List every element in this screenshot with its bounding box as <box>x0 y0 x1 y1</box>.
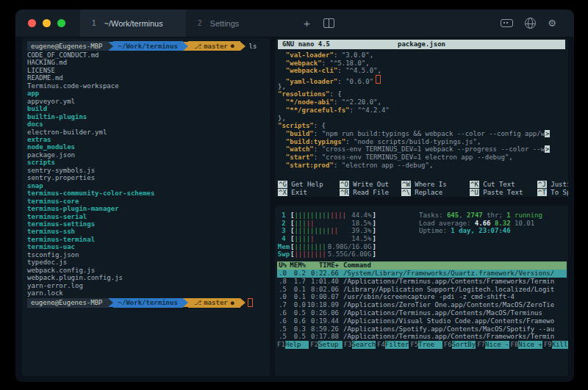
shortcut-key: ^U <box>470 189 479 196</box>
prompt-user-host: eugene@Eugenes-MBP <box>27 41 108 51</box>
prompt-user-host: eugene@Eugenes-MBP <box>27 298 108 308</box>
fkey-number: F2 <box>310 341 318 348</box>
process-row[interactable]: .60.50:26.06/Applications/Terminus.app/C… <box>277 309 567 317</box>
shortcut-key: ^J <box>537 181 547 188</box>
file-name: README.md <box>27 74 63 82</box>
ls-entry: CODE_OF_CONDUCT.md <box>27 51 270 59</box>
git-dirty-icon: ● <box>231 300 234 306</box>
file-name: typedoc.js <box>27 259 67 266</box>
directory-name: terminus-plugin-manager <box>27 205 119 212</box>
ls-entry: Terminus.code-workspace <box>27 82 270 90</box>
nano-editor-pane[interactable]: GNU nano 4.5 package.json "val-loader": … <box>275 38 568 197</box>
fkey-number: F6 <box>444 341 452 348</box>
meter-label: 4 <box>277 235 290 243</box>
fkey-tree[interactable]: F5Tree <box>410 341 442 349</box>
meter-label: 3 <box>277 227 290 235</box>
nano-shortcut-justify[interactable]: ^J Justify <box>537 181 568 189</box>
fkey-label: SortBy <box>452 341 476 349</box>
process-row[interactable]: .50.38:59.26/Applications/Spotify.app/Co… <box>277 325 567 333</box>
fkey-nice-[interactable]: F7Nice - <box>477 341 509 349</box>
file-name: sentry-symbols.js <box>27 167 95 174</box>
process-row[interactable]: .00.10:00.07/usr/sbin/screencapture -pdi… <box>277 293 567 301</box>
fkey-help[interactable]: F1Help <box>277 341 309 349</box>
meter-label: Mem <box>277 243 290 251</box>
git-branch-name: master <box>204 299 228 306</box>
fkey-search[interactable]: F3Search <box>344 341 376 349</box>
process-row[interactable]: .50.18:02.06/Library/Application Support… <box>277 286 567 294</box>
nano-shortcut-where-is[interactable]: ^W Where Is <box>401 181 470 189</box>
nano-line: "build:typings": "node scripts/build-typ… <box>278 138 565 146</box>
nano-shortcut-bar: ^G Get Help^O Write Out^W Where Is^K Cut… <box>278 181 565 197</box>
tab--work-terminus[interactable]: 1~/Work/terminus <box>80 10 186 37</box>
nano-shortcut-paste-text[interactable]: ^U Paste Text <box>470 189 537 197</box>
tab-number: 2 <box>198 19 202 27</box>
titlebar-right-icons: ⚙ <box>501 18 556 29</box>
htop-pane[interactable]: 1[|||||||||||||44.4%]2[|||||18.5%]3[||||… <box>275 206 568 376</box>
nano-shortcut-write-out[interactable]: ^O Write Out <box>340 181 401 189</box>
directory-name: terminus-uac <box>27 243 75 250</box>
process-table-header[interactable]: U%MEM%TIME+Command <box>277 261 567 270</box>
nano-line: "*/node-abi": "^2.20.0", <box>278 98 565 106</box>
process-row[interactable]: .50.50:17.88/Applications/Terminus.app/C… <box>277 333 567 341</box>
directory-name: scripts <box>27 159 55 166</box>
fkey-setup[interactable]: F2Setup <box>310 341 342 349</box>
shell-terminal-pane[interactable]: eugene@Eugenes-MBP~/Work/terminus⎇master… <box>22 38 270 376</box>
process-row[interactable]: .81.71:01.40/Applications/Terminus.app/C… <box>277 278 567 286</box>
fkey-number: F9 <box>544 341 552 348</box>
fkey-filter[interactable]: F4Filter <box>377 341 409 349</box>
meter-value: 14.5% <box>351 235 371 243</box>
cell-time: 1:01.40 <box>306 278 339 286</box>
directory-name: snap <box>27 182 43 189</box>
ls-entry: terminus-serial <box>27 213 270 220</box>
nano-shortcut-to-spell[interactable]: ^T To Spell <box>537 189 568 197</box>
file-name: appveyor.yml <box>27 98 75 105</box>
powerline-separator <box>183 42 188 51</box>
file-name: webpack.config.js <box>27 267 95 274</box>
directory-name: extras <box>27 136 51 143</box>
shortcut-label: Where Is <box>411 181 447 188</box>
window-controls <box>28 19 65 27</box>
cell-mem: 0.3 <box>287 325 306 333</box>
meter-bar: |||||14.5% <box>294 235 372 243</box>
split-pane-icon[interactable] <box>323 18 334 28</box>
shortcut-key: ^T <box>537 189 547 196</box>
globe-icon[interactable] <box>525 18 536 29</box>
process-row[interactable]: .00.20:22.66/System/Library/Frameworks/Q… <box>277 270 567 278</box>
new-tab-button[interactable]: + <box>304 17 310 29</box>
cell-mem: 0.5 <box>287 333 306 341</box>
ssh-connections-icon[interactable] <box>501 19 513 27</box>
ls-entry: tsconfig.json <box>27 251 270 259</box>
fkey-sortby[interactable]: F6SortBy <box>444 341 476 349</box>
nano-shortcut-exit[interactable]: ^X Exit <box>278 189 340 197</box>
cell-mem: 1.7 <box>287 278 306 286</box>
process-row[interactable]: .70.010:18.09/Applications/ZeroTier One.… <box>277 301 567 309</box>
nano-shortcut-cut-text[interactable]: ^K Cut Text <box>470 181 537 189</box>
ls-entry: appveyor.yml <box>27 98 270 105</box>
meter-3: 3[|||||||||||39.3%] <box>277 227 419 235</box>
minimize-window-button[interactable] <box>43 19 51 27</box>
close-window-button[interactable] <box>28 19 36 27</box>
nano-shortcut-read-file[interactable]: ^R Read File <box>340 189 401 197</box>
meter-bar: ||||||||8.98G/16.0G <box>294 243 372 251</box>
nano-shortcut-replace[interactable]: ^\ Replace <box>401 189 470 197</box>
ls-entry: builtin-plugins <box>27 113 270 120</box>
maximize-window-button[interactable] <box>57 19 65 27</box>
fkey-nice-[interactable]: F8Nice + <box>511 341 542 349</box>
cell-cpu: .5 <box>277 325 287 333</box>
shortcut-label: Exit <box>287 189 307 196</box>
process-row[interactable]: .60.60:19.44/Applications/Visual Studio … <box>277 317 567 325</box>
fkey-number: F5 <box>410 341 418 348</box>
tab-settings[interactable]: 2Settings <box>186 10 292 37</box>
nano-line: "resolutions": { <box>278 90 565 98</box>
file-name: yarn-error.log <box>27 282 83 289</box>
nano-shortcut-get-help[interactable]: ^G Get Help <box>278 181 340 189</box>
directory-name: terminus-community-color-schemes <box>27 189 154 197</box>
shortcut-key: ^W <box>401 181 411 188</box>
meter-1: 1[|||||||||||||44.4%] <box>277 212 419 220</box>
git-branch-icon: ⎇ <box>194 43 201 50</box>
ls-entry: typedoc.js <box>27 259 270 266</box>
fkey-kill[interactable]: F9Kill <box>544 341 568 349</box>
gear-icon[interactable]: ⚙ <box>548 18 556 28</box>
cell-command: /Applications/ZeroTier One.app/Contents/… <box>343 301 567 309</box>
file-name: CODE_OF_CONDUCT.md <box>27 51 99 59</box>
